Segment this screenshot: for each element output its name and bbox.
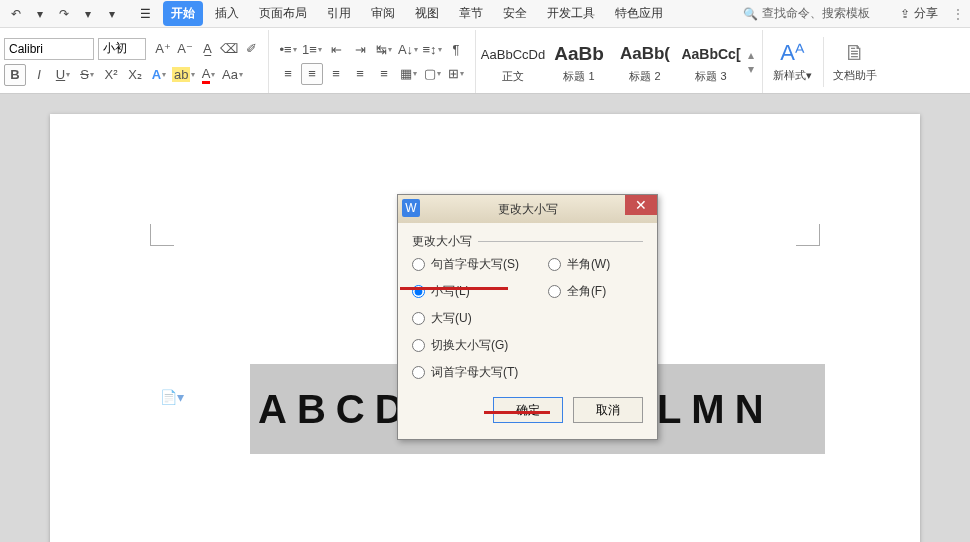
clear-format-button[interactable]: ⌫: [218, 38, 240, 60]
line-spacing-button[interactable]: ≡↕▾: [421, 39, 443, 61]
radio-lowercase[interactable]: 小写(L): [412, 283, 548, 300]
strike-button[interactable]: S▾: [76, 64, 98, 86]
tab-sections[interactable]: 章节: [451, 1, 491, 26]
document-area: 📄▾ ABCDEFGHIJKLMN W 更改大小写 ✕ 更改大小写 句首字母大写…: [0, 94, 970, 542]
grow-font-button[interactable]: A⁺: [152, 38, 174, 60]
new-style-icon: Aᴬ: [780, 40, 804, 66]
align-right-button[interactable]: ≡: [325, 63, 347, 85]
tab-page-layout[interactable]: 页面布局: [251, 1, 315, 26]
align-center-button[interactable]: ≡: [301, 63, 323, 85]
radio-toggle-case[interactable]: 切换大小写(G): [412, 337, 548, 354]
radio-half-width[interactable]: 半角(W): [548, 256, 643, 273]
ribbon: A⁺ A⁻ A̲ ⌫ ✐ B I U▾ S▾ X² X₂ A▾ ab▾ A▾ A…: [0, 28, 970, 94]
search-icon: 🔍: [743, 7, 758, 21]
margin-corner-tl: [150, 224, 174, 246]
menu: ☰ 开始 插入 页面布局 引用 审阅 视图 章节 安全 开发工具 特色应用: [132, 1, 743, 26]
tabs-button[interactable]: ⊞▾: [445, 63, 467, 85]
share-button[interactable]: ⇪ 分享 ⋮: [900, 5, 964, 22]
dialog-group-label: 更改大小写: [412, 233, 643, 250]
radio-label: 句首字母大写(S): [431, 256, 519, 273]
italic-button[interactable]: I: [28, 64, 50, 86]
radio-label: 半角(W): [567, 256, 610, 273]
decrease-indent-button[interactable]: ⇤: [325, 39, 347, 61]
change-case-dialog: W 更改大小写 ✕ 更改大小写 句首字母大写(S) 小写(L) 大写(U) 切换…: [397, 194, 658, 440]
more-icon[interactable]: ⋮: [952, 7, 964, 21]
tab-review[interactable]: 审阅: [363, 1, 403, 26]
font-color-button[interactable]: A▾: [197, 64, 219, 86]
subscript-button[interactable]: X₂: [124, 64, 146, 86]
new-style-button[interactable]: Aᴬ 新样式▾: [769, 40, 815, 83]
tab-insert[interactable]: 插入: [207, 1, 247, 26]
bold-button[interactable]: B: [4, 64, 26, 86]
radio-label: 切换大小写(G): [431, 337, 508, 354]
margin-corner-tr: [796, 224, 820, 246]
radio-title-case[interactable]: 词首字母大写(T): [412, 364, 548, 381]
redo-dropdown[interactable]: ▾: [78, 4, 98, 24]
tab-home[interactable]: 开始: [163, 1, 203, 26]
tab-references[interactable]: 引用: [319, 1, 359, 26]
tab-special[interactable]: 特色应用: [607, 1, 671, 26]
char-case-button[interactable]: Aa▾: [221, 64, 243, 86]
search-placeholder: 查找命令、搜索模板: [762, 5, 870, 22]
undo-dropdown[interactable]: ▾: [30, 4, 50, 24]
close-icon: ✕: [635, 197, 647, 213]
cancel-button[interactable]: 取消: [573, 397, 643, 423]
tab-view[interactable]: 视图: [407, 1, 447, 26]
superscript-button[interactable]: X²: [100, 64, 122, 86]
undo-button[interactable]: ↶: [6, 4, 26, 24]
change-case-button[interactable]: A̲: [196, 38, 218, 60]
radio-full-width[interactable]: 全角(F): [548, 283, 643, 300]
font-name-input[interactable]: [4, 38, 94, 60]
align-justify-button[interactable]: ≡: [349, 63, 371, 85]
dialog-titlebar[interactable]: W 更改大小写 ✕: [398, 195, 657, 223]
style-heading1[interactable]: AaBb 标题 1: [546, 30, 612, 93]
right-tools: Aᴬ 新样式▾ 🗎 文档助手: [763, 30, 884, 93]
shrink-font-button[interactable]: A⁻: [174, 38, 196, 60]
underline-button[interactable]: U▾: [52, 64, 74, 86]
menu-bar: ↶ ▾ ↷ ▾ ▾ ☰ 开始 插入 页面布局 引用 审阅 视图 章节 安全 开发…: [0, 0, 970, 28]
radio-sentence-case[interactable]: 句首字母大写(S): [412, 256, 548, 273]
style-heading3[interactable]: AaBbCc[ 标题 3: [678, 30, 744, 93]
tab-security[interactable]: 安全: [495, 1, 535, 26]
new-style-label: 新样式▾: [773, 68, 812, 83]
radio-label: 大写(U): [431, 310, 472, 327]
dialog-body: 更改大小写 句首字母大写(S) 小写(L) 大写(U) 切换大小写(G) 词首字…: [398, 223, 657, 439]
doc-helper-button[interactable]: 🗎 文档助手: [832, 40, 878, 83]
separator: [823, 37, 824, 87]
align-left-button[interactable]: ≡: [277, 63, 299, 85]
bullets-button[interactable]: •≡▾: [277, 39, 299, 61]
paragraph-mark-icon: 📄▾: [160, 389, 184, 405]
style-preview: AaBbCcDd: [481, 39, 545, 69]
style-normal[interactable]: AaBbCcDd 正文: [480, 30, 546, 93]
ok-button[interactable]: 确定: [493, 397, 563, 423]
increase-indent-button[interactable]: ⇥: [349, 39, 371, 61]
distribute-button[interactable]: ≡: [373, 63, 395, 85]
style-heading2[interactable]: AaBb( 标题 2: [612, 30, 678, 93]
text-direction-button[interactable]: ↹▾: [373, 39, 395, 61]
radio-uppercase[interactable]: 大写(U): [412, 310, 548, 327]
close-button[interactable]: ✕: [625, 195, 657, 215]
highlight-button[interactable]: ab▾: [172, 64, 195, 86]
quick-access: ↶ ▾ ↷ ▾ ▾: [6, 4, 122, 24]
text-effect-button[interactable]: A▾: [148, 64, 170, 86]
sort-button[interactable]: A↓▾: [397, 39, 419, 61]
style-preview: AaBb(: [620, 39, 670, 69]
search-box[interactable]: 🔍 查找命令、搜索模板: [743, 5, 870, 22]
borders-button[interactable]: ▢▾: [421, 63, 443, 85]
dialog-title: 更改大小写: [498, 201, 558, 218]
annotation-underline-2: [484, 411, 550, 414]
styles-more[interactable]: ▴▾: [744, 30, 758, 93]
file-menu-icon[interactable]: ☰: [132, 3, 159, 25]
font-group: A⁺ A⁻ A̲ ⌫ ✐ B I U▾ S▾ X² X₂ A▾ ab▾ A▾ A…: [0, 30, 269, 93]
paragraph-group: •≡▾ 1≡▾ ⇤ ⇥ ↹▾ A↓▾ ≡↕▾ ¶ ≡ ≡ ≡ ≡ ≡ ▦▾ ▢▾…: [269, 30, 476, 93]
tab-dev-tools[interactable]: 开发工具: [539, 1, 603, 26]
radio-label: 词首字母大写(T): [431, 364, 518, 381]
numbering-button[interactable]: 1≡▾: [301, 39, 323, 61]
format-brush-button[interactable]: ✐: [240, 38, 262, 60]
redo-button[interactable]: ↷: [54, 4, 74, 24]
font-size-input[interactable]: [98, 38, 146, 60]
show-marks-button[interactable]: ¶: [445, 39, 467, 61]
style-label: 标题 2: [629, 69, 660, 84]
shading-button[interactable]: ▦▾: [397, 63, 419, 85]
qat-dropdown[interactable]: ▾: [102, 4, 122, 24]
